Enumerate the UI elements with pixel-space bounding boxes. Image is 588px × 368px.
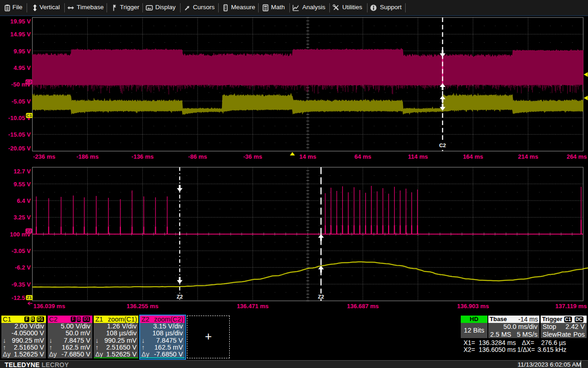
svg-text:6.4 V: 6.4 V [17, 197, 31, 204]
svg-text:9.55 V: 9.55 V [13, 181, 31, 188]
svg-text:-20.05 V: -20.05 V [8, 145, 31, 152]
svg-text:Z2: Z2 [26, 228, 31, 233]
svg-text:136.471 ms: 136.471 ms [237, 303, 268, 310]
svg-text:214 ms: 214 ms [518, 153, 538, 160]
svg-text:136.903 ms: 136.903 ms [457, 303, 489, 310]
svg-text:-36 ms: -36 ms [243, 153, 262, 160]
svg-text:14.95 V: 14.95 V [10, 31, 31, 38]
svg-text:4.95 V: 4.95 V [13, 64, 31, 71]
svg-text:-15.05 V: -15.05 V [8, 131, 31, 138]
svg-text:-236 ms: -236 ms [33, 153, 55, 160]
svg-text:264 ms: 264 ms [566, 153, 587, 160]
svg-text:Z2: Z2 [176, 294, 182, 299]
svg-text:-136 ms: -136 ms [131, 153, 153, 160]
svg-text:-3.05 V: -3.05 V [11, 247, 31, 254]
svg-text:137.119 ms: 137.119 ms [555, 303, 587, 310]
svg-text:-186 ms: -186 ms [76, 153, 98, 160]
svg-text:C1: C1 [27, 113, 33, 118]
svg-text:C2: C2 [439, 143, 446, 148]
svg-text:164 ms: 164 ms [463, 153, 483, 160]
svg-text:12.7 V: 12.7 V [13, 168, 31, 175]
svg-text:114 ms: 114 ms [408, 153, 428, 160]
svg-text:-9.35 V: -9.35 V [11, 281, 31, 288]
svg-text:3.25 V: 3.25 V [13, 214, 31, 221]
svg-text:14 ms: 14 ms [300, 153, 317, 160]
svg-text:19.95 V: 19.95 V [10, 18, 31, 25]
svg-text:Z1: Z1 [27, 295, 32, 300]
svg-text:136.255 ms: 136.255 ms [127, 303, 158, 310]
svg-text:136.687 ms: 136.687 ms [347, 303, 379, 310]
svg-text:-6.2 V: -6.2 V [15, 264, 31, 271]
svg-text:-86 ms: -86 ms [188, 153, 207, 160]
svg-text:-5.05 V: -5.05 V [11, 98, 31, 105]
svg-text:C2: C2 [26, 79, 32, 84]
svg-text:64 ms: 64 ms [354, 153, 371, 160]
svg-text:Z2: Z2 [318, 294, 324, 299]
svg-text:9.95 V: 9.95 V [13, 48, 31, 55]
svg-text:136.039 ms: 136.039 ms [34, 303, 65, 310]
